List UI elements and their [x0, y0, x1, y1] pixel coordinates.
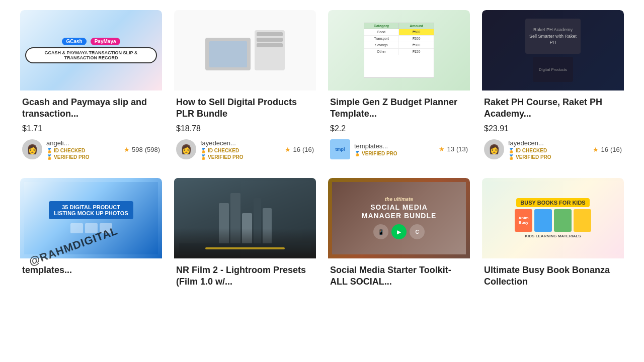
digital-laptop-visual [174, 10, 316, 90]
card-mockup-title: templates... [22, 264, 160, 276]
card-gcash-title: Gcash and Paymaya slip and transaction..… [22, 97, 160, 120]
card-mockup[interactable]: 35 DIGITAL PRODUCTLISTING MOCK UP PHOTOS… [20, 178, 162, 298]
card-raket-seller-name: fayedecen... [508, 139, 551, 147]
card-gcash-badges: ID CHECKED VERIFIED PRO [46, 148, 90, 160]
card-digital[interactable]: How to Sell Digital Products PLR Bundle … [174, 10, 316, 166]
card-gcash[interactable]: GCash PayMaya GCASH & PAYMAYA TRANSACTIO… [20, 10, 162, 166]
card-raket-price: $23.91 [484, 124, 622, 133]
card-digital-rating-value: 16 [293, 146, 300, 153]
card-budget-price: $2.2 [330, 124, 468, 133]
card-raket-rating-value: 16 [601, 146, 608, 153]
card-lightroom[interactable]: NR Film 2 - Lightroom Presets (Film 1.0 … [174, 178, 316, 298]
card-raket-body: Raket PH Course, Raket PH Academy... $23… [482, 90, 624, 166]
card-budget-avatar: tmpl [330, 139, 350, 159]
card-digital-rating-count: (16) [302, 146, 314, 153]
card-social-body: Social Media Starter Toolkit- ALL SOCIAL… [328, 258, 470, 298]
card-budget-seller: tmpl templates... VERIFIED PRO ★ 13 (13) [330, 139, 468, 159]
card-raket-rating-count: (16) [610, 146, 622, 153]
card-digital-image [174, 10, 316, 90]
card-gcash-rating-count: (598) [145, 146, 160, 153]
card-budget-seller-name: templates... [354, 142, 397, 150]
card-raket-badge2: VERIFIED PRO [508, 154, 551, 160]
card-raket-image: Raket PH AcademySell Smarter with Raket … [482, 10, 624, 90]
star-icon: ★ [285, 146, 291, 153]
card-gcash-body: Gcash and Paymaya slip and transaction..… [20, 90, 162, 166]
card-lightroom-body: NR Film 2 - Lightroom Presets (Film 1.0 … [174, 258, 316, 298]
card-raket-title: Raket PH Course, Raket PH Academy... [484, 97, 622, 120]
card-raket-seller: 👩 fayedecen... ID CHECKED VERIFIED PRO ★… [484, 139, 622, 160]
card-gcash-price: $1.71 [22, 124, 160, 133]
card-digital-seller-name: fayedecen... [200, 139, 244, 147]
card-raket-badges: ID CHECKED VERIFIED PRO [508, 148, 551, 160]
card-busy-image: BUSY BOOKS FOR KIDS AnimBusy KIDS LEARNI… [482, 178, 624, 258]
card-lightroom-title: NR Film 2 - Lightroom Presets (Film 1.0 … [176, 264, 314, 288]
card-social[interactable]: the ultimate SOCIAL MEDIAMANAGER BUNDLE … [328, 178, 470, 298]
card-gcash-image: GCash PayMaya GCASH & PAYMAYA TRANSACTIO… [20, 10, 162, 90]
card-budget-badge1: VERIFIED PRO [354, 151, 397, 156]
product-grid: GCash PayMaya GCASH & PAYMAYA TRANSACTIO… [0, 0, 644, 308]
card-budget-image: Category Amount Food ₱500 Transport ₱200… [328, 10, 470, 90]
card-budget-rating-count: (13) [456, 145, 468, 153]
card-budget-rating-value: 13 [447, 145, 454, 153]
card-digital-price: $18.78 [176, 124, 314, 133]
card-busy-body: Ultimate Busy Book Bonanza Collection [482, 258, 624, 298]
card-raket-avatar: 👩 [484, 139, 504, 159]
card-raket-badge1: ID CHECKED [508, 148, 551, 153]
card-digital-body: How to Sell Digital Products PLR Bundle … [174, 90, 316, 166]
card-digital-title: How to Sell Digital Products PLR Bundle [176, 97, 314, 120]
card-raket-rating: ★ 16 (16) [593, 146, 622, 153]
card-budget[interactable]: Category Amount Food ₱500 Transport ₱200… [328, 10, 470, 166]
card-busy[interactable]: BUSY BOOKS FOR KIDS AnimBusy KIDS LEARNI… [482, 178, 624, 298]
card-digital-rating: ★ 16 (16) [285, 146, 314, 153]
card-gcash-badge2: VERIFIED PRO [46, 154, 90, 160]
card-gcash-rating: ★ 598 (598) [124, 146, 160, 153]
card-gcash-badge1: ID CHECKED [46, 148, 90, 153]
card-gcash-avatar: 👩 [22, 139, 42, 159]
card-social-image: the ultimate SOCIAL MEDIAMANAGER BUNDLE … [328, 178, 470, 258]
card-budget-title: Simple Gen Z Budget Planner Template... [330, 97, 468, 120]
card-lightroom-image [174, 178, 316, 258]
card-budget-body: Simple Gen Z Budget Planner Template... … [328, 90, 470, 165]
card-raket[interactable]: Raket PH AcademySell Smarter with Raket … [482, 10, 624, 166]
card-busy-title: Ultimate Busy Book Bonanza Collection [484, 264, 622, 288]
card-digital-badge2: VERIFIED PRO [200, 154, 244, 160]
card-gcash-seller: 👩 angeli... ID CHECKED VERIFIED PRO ★ 59… [22, 139, 160, 160]
card-digital-avatar: 👩 [176, 139, 196, 159]
card-budget-badges: VERIFIED PRO [354, 151, 397, 156]
star-icon: ★ [124, 146, 130, 153]
card-gcash-rating-value: 598 [132, 146, 143, 153]
card-gcash-seller-name: angeli... [46, 139, 90, 147]
star-icon: ★ [439, 145, 445, 153]
card-digital-badges: ID CHECKED VERIFIED PRO [200, 148, 244, 160]
card-social-title: Social Media Starter Toolkit- ALL SOCIAL… [330, 264, 468, 288]
card-mockup-image: 35 DIGITAL PRODUCTLISTING MOCK UP PHOTOS… [20, 178, 162, 258]
star-icon: ★ [593, 146, 599, 153]
card-digital-badge1: ID CHECKED [200, 148, 244, 153]
gcash-badge-text: GCASH & PAYMAYA TRANSACTION SLIP & TRANS… [25, 47, 157, 63]
card-budget-rating: ★ 13 (13) [439, 145, 468, 153]
card-digital-seller: 👩 fayedecen... ID CHECKED VERIFIED PRO ★… [176, 139, 314, 160]
